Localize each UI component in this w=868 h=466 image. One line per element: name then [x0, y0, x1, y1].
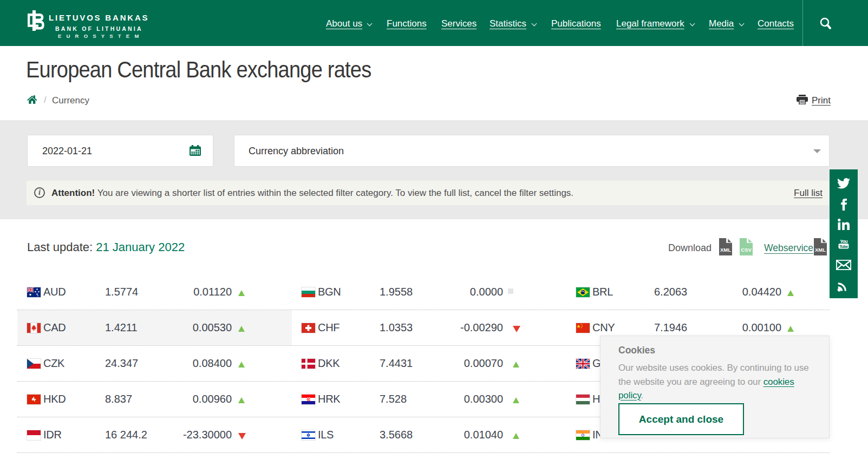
svg-text:CSV: CSV: [741, 247, 752, 253]
svg-text:XML: XML: [720, 247, 731, 253]
svg-text:XML: XML: [815, 247, 826, 253]
svg-text:You: You: [840, 239, 847, 244]
svg-text:Tube: Tube: [839, 244, 849, 249]
